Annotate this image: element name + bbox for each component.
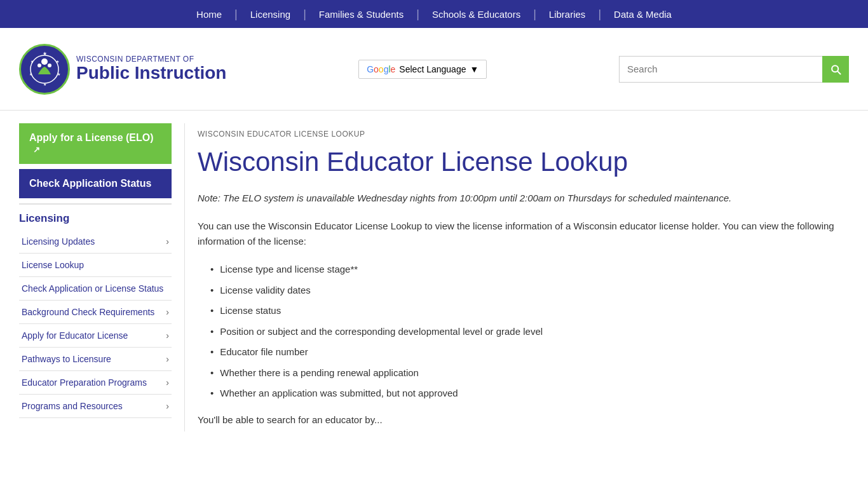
- sidebar-section-title: Licensing: [19, 203, 172, 230]
- nav-sep-1: |: [234, 8, 238, 21]
- nav-home[interactable]: Home: [184, 0, 234, 28]
- svg-text:★: ★: [31, 60, 34, 64]
- sidebar-item-pathways[interactable]: Pathways to Licensure ›: [19, 348, 172, 371]
- list-item: License type and license stage**: [210, 259, 836, 280]
- sidebar-item-license-lookup[interactable]: License Lookup: [19, 254, 172, 277]
- footer-text: You'll be able to search for an educator…: [198, 414, 836, 425]
- list-item: Whether an application was submitted, bu…: [210, 383, 836, 404]
- apply-license-label: Apply for a License (ELO): [29, 132, 154, 143]
- sidebar-item-label: Apply for Educator License: [22, 330, 128, 341]
- chevron-right-icon: ›: [166, 377, 169, 388]
- nav-sep-3: |: [416, 8, 419, 21]
- chevron-right-icon: ›: [166, 354, 169, 364]
- header-right: [619, 56, 849, 83]
- bullet-list: License type and license stage** License…: [210, 259, 836, 404]
- breadcrumb: WISCONSIN EDUCATOR LICENSE LOOKUP: [198, 130, 836, 139]
- svg-point-4: [48, 64, 51, 67]
- sidebar-item-label: Check Application or License Status: [22, 283, 163, 294]
- logo-bottom-text: Public Instruction: [76, 64, 226, 83]
- translate-chevron-icon: ▼: [470, 64, 478, 74]
- svg-text:★: ★: [56, 60, 59, 64]
- sidebar-item-licensing-updates[interactable]: Licensing Updates ›: [19, 230, 172, 254]
- check-status-button[interactable]: Check Application Status: [19, 169, 172, 198]
- chevron-right-icon: ›: [166, 307, 169, 317]
- svg-text:★: ★: [57, 72, 60, 76]
- sidebar-item-check-application[interactable]: Check Application or License Status: [19, 277, 172, 301]
- sidebar-item-label: Educator Preparation Programs: [22, 377, 147, 388]
- external-link-icon: ↗: [33, 145, 40, 154]
- nav-sep-2: |: [303, 8, 306, 21]
- list-item: Whether there is a pending renewal appli…: [210, 363, 836, 384]
- note-text: Note: The ELO system is unavailable Wedn…: [198, 191, 836, 206]
- list-item: License status: [210, 301, 836, 322]
- sidebar-item-label: Programs and Resources: [22, 401, 123, 411]
- list-item: License validity dates: [210, 280, 836, 301]
- page-title: Wisconsin Educator License Lookup: [198, 146, 836, 178]
- chevron-right-icon: ›: [166, 330, 169, 341]
- sidebar: Apply for a License (ELO) ↗ Check Applic…: [19, 123, 172, 431]
- svg-text:★: ★: [29, 72, 32, 76]
- logo-top-text: WISCONSIN DEPARTMENT OF: [76, 55, 226, 64]
- search-button[interactable]: [822, 56, 849, 83]
- google-logo: Google: [367, 64, 395, 74]
- logo-text: WISCONSIN DEPARTMENT OF Public Instructi…: [76, 55, 226, 83]
- svg-text:★: ★: [43, 83, 46, 86]
- search-icon: [829, 63, 842, 76]
- nav-licensing[interactable]: Licensing: [238, 0, 303, 28]
- search-input[interactable]: [619, 56, 822, 83]
- logo-svg: ★ ★ ★ ★ ★ ★: [25, 50, 64, 88]
- logo-circle: ★ ★ ★ ★ ★ ★: [19, 44, 70, 95]
- top-navigation: Home | Licensing | Families & Students |…: [0, 0, 868, 28]
- nav-sep-4: |: [533, 8, 536, 21]
- sidebar-item-educator-prep[interactable]: Educator Preparation Programs ›: [19, 371, 172, 395]
- site-header: ★ ★ ★ ★ ★ ★ WISCONSIN DEPARTMENT OF Publ…: [0, 28, 868, 111]
- description-text: You can use the Wisconsin Educator Licen…: [198, 219, 836, 249]
- logo-area: ★ ★ ★ ★ ★ ★ WISCONSIN DEPARTMENT OF Publ…: [19, 44, 226, 95]
- sidebar-item-label: Background Check Requirements: [22, 307, 154, 317]
- main-container: Apply for a License (ELO) ↗ Check Applic…: [0, 111, 868, 444]
- sidebar-item-apply-educator[interactable]: Apply for Educator License ›: [19, 324, 172, 348]
- nav-families[interactable]: Families & Students: [306, 0, 416, 28]
- nav-libraries[interactable]: Libraries: [536, 0, 599, 28]
- chevron-right-icon: ›: [166, 236, 169, 247]
- list-item: Educator file number: [210, 342, 836, 363]
- sidebar-item-label: Pathways to Licensure: [22, 354, 111, 364]
- check-status-label: Check Application Status: [29, 178, 151, 189]
- nav-data[interactable]: Data & Media: [601, 0, 684, 28]
- sidebar-item-label: Licensing Updates: [22, 236, 95, 247]
- sidebar-item-programs-resources[interactable]: Programs and Resources ›: [19, 395, 172, 418]
- svg-point-3: [37, 64, 41, 67]
- apply-license-button[interactable]: Apply for a License (ELO) ↗: [19, 123, 172, 164]
- sidebar-item-background-check[interactable]: Background Check Requirements ›: [19, 301, 172, 324]
- translate-label: Select Language: [399, 64, 466, 74]
- chevron-right-icon: ›: [166, 401, 169, 411]
- nav-sep-5: |: [598, 8, 601, 21]
- svg-point-2: [41, 58, 48, 65]
- svg-text:★: ★: [43, 51, 47, 57]
- nav-schools[interactable]: Schools & Educators: [419, 0, 533, 28]
- header-center: Google Select Language ▼: [226, 60, 619, 79]
- list-item: Position or subject and the correspondin…: [210, 322, 836, 342]
- translate-button[interactable]: Google Select Language ▼: [358, 60, 487, 79]
- main-content: WISCONSIN EDUCATOR LICENSE LOOKUP Wiscon…: [184, 123, 849, 431]
- sidebar-item-label: License Lookup: [22, 260, 84, 270]
